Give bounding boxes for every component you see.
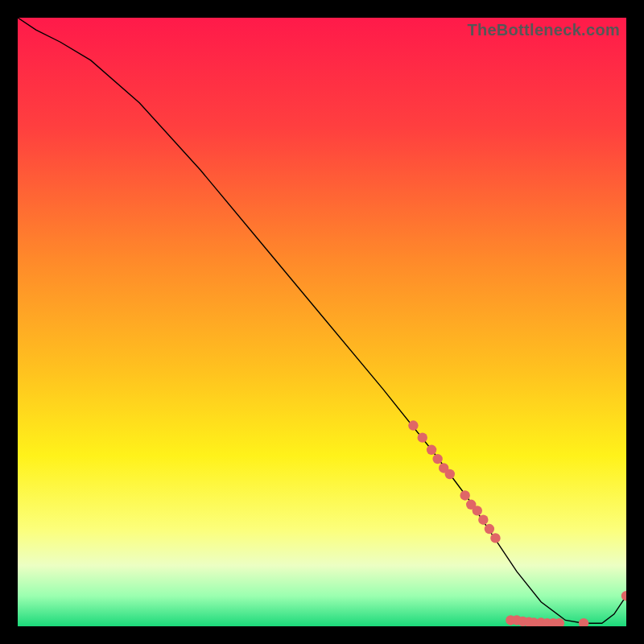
highlight-point: [418, 432, 427, 442]
highlight-point: [478, 515, 488, 525]
highlight-point: [427, 445, 436, 455]
chart-container: TheBottleneck.com: [0, 0, 644, 644]
highlight-point: [408, 420, 418, 430]
highlight-point: [621, 591, 626, 601]
highlight-points-group: [408, 420, 626, 626]
highlight-point: [490, 533, 500, 543]
highlight-point: [432, 454, 442, 464]
highlight-point: [473, 506, 482, 515]
highlight-point: [579, 618, 588, 626]
highlight-point: [460, 490, 469, 500]
curve-layer: [18, 18, 626, 626]
plot-area: TheBottleneck.com: [18, 18, 626, 626]
bottleneck-curve: [18, 18, 626, 623]
highlight-point: [445, 469, 455, 479]
highlight-point: [485, 524, 494, 534]
